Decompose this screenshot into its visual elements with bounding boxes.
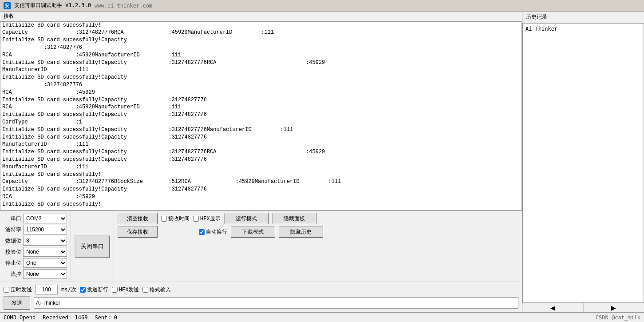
history-label: 历史记录 [526,13,547,21]
receive-time-checkbox-label[interactable]: 接收时间 [161,215,190,223]
action-row-2: 保存接收 自动换行 下载模式 隐藏历史 [118,226,518,238]
send-options-row: 定时发送 ms/次 发送新行 HEX发送 格式输入 [4,285,518,294]
app-icon: 安 [4,2,11,9]
status-received: Received: 1469 [43,314,87,321]
receive-area [0,21,522,211]
app-website: www.ai-thinker.com [95,3,152,9]
stopbits-row: 停止位 One [4,258,67,268]
databits-label: 数据位 [4,237,21,245]
close-port-button[interactable]: 关闭串口 [75,235,110,258]
bottom-controls: 串口 COM3 波特率 115200 数据位 8 [0,211,522,312]
action-buttons: 清空接收 接收时间 HEX显示 运行模式 隐藏面板 [114,211,522,282]
download-mode-button[interactable]: 下载模式 [231,226,275,238]
send-newline-checkbox-label[interactable]: 发送新行 [80,286,108,294]
format-input-checkbox[interactable] [142,287,148,293]
timer-input[interactable] [36,285,58,294]
receive-time-checkbox[interactable] [161,216,167,222]
databits-select[interactable]: 8 [23,236,67,246]
timer-send-checkbox-label[interactable]: 定时发送 [4,286,32,294]
parity-row: 校验位 None [4,247,67,257]
port-select[interactable]: COM3 [23,214,67,223]
hide-history-button[interactable]: 隐藏历史 [279,226,323,238]
send-input[interactable] [34,297,518,309]
auto-newline-checkbox[interactable] [199,229,205,235]
flow-label: 流控 [4,270,21,278]
receive-section: 接收 [0,12,522,211]
status-bar: COM3 Opend Received: 1469 Sent: 0 CSDN @… [0,312,644,322]
main-container: 接收 串口 COM3 波特率 [0,12,644,312]
history-content: Ai-Thinker [522,23,644,303]
send-input-row: 发送 [4,296,518,310]
baudrate-select[interactable]: 115200 [23,225,67,235]
history-nav-right[interactable]: ▶ [584,303,644,312]
receive-label: 接收 [0,12,522,21]
flow-select[interactable]: None [23,269,67,279]
hex-send-checkbox-label[interactable]: HEX发送 [112,286,139,294]
port-label: 串口 [4,215,21,223]
databits-row: 数据位 8 [4,236,67,246]
title-bar: 安 安信可串口调试助手 V1.2.3.0 www.ai-thinker.com [0,0,644,12]
connect-area: 关闭串口 [71,211,114,282]
clear-receive-button[interactable]: 清空接收 [118,213,158,224]
status-sent: Sent: 0 [95,314,117,321]
controls-container: 串口 COM3 波特率 115200 数据位 8 [0,211,522,282]
hex-send-checkbox[interactable] [112,287,118,293]
history-item[interactable]: Ai-Thinker [525,25,642,32]
hex-display-checkbox[interactable] [193,216,199,222]
stopbits-select[interactable]: One [23,258,67,268]
history-header: 历史记录 [522,12,644,23]
port-row: 串口 COM3 [4,214,67,223]
receive-textarea[interactable] [0,21,522,211]
flow-row: 流控 None [4,269,67,279]
left-panel: 接收 串口 COM3 波特率 [0,12,522,312]
run-mode-button[interactable]: 运行模式 [224,213,269,224]
stopbits-label: 停止位 [4,259,21,267]
parity-label: 校验位 [4,248,21,256]
history-nav: ◀ ▶ [522,303,644,312]
send-button[interactable]: 发送 [4,296,30,310]
save-receive-button[interactable]: 保存接收 [118,226,158,238]
parity-select[interactable]: None [23,247,67,257]
hide-panel-button[interactable]: 隐藏面板 [272,213,316,224]
send-newline-checkbox[interactable] [80,287,86,293]
auto-newline-checkbox-label[interactable]: 自动换行 [161,228,227,236]
baudrate-label: 波特率 [4,226,21,234]
status-credit: CSDN @cat_milk [596,314,640,321]
action-row-1: 清空接收 接收时间 HEX显示 运行模式 隐藏面板 [118,213,518,224]
history-nav-left[interactable]: ◀ [522,303,584,312]
status-port: COM3 Opend [4,314,36,321]
send-section: 定时发送 ms/次 发送新行 HEX发送 格式输入 [0,282,522,312]
baudrate-row: 波特率 115200 [4,225,67,235]
ms-label: ms/次 [61,286,76,294]
hex-display-checkbox-label[interactable]: HEX显示 [193,215,221,223]
format-input-checkbox-label[interactable]: 格式输入 [142,286,171,294]
serial-settings: 串口 COM3 波特率 115200 数据位 8 [0,211,71,282]
timer-send-checkbox[interactable] [4,287,9,293]
right-panel: 历史记录 Ai-Thinker ◀ ▶ [522,12,644,312]
app-title: 安信可串口调试助手 V1.2.3.0 [14,2,91,9]
